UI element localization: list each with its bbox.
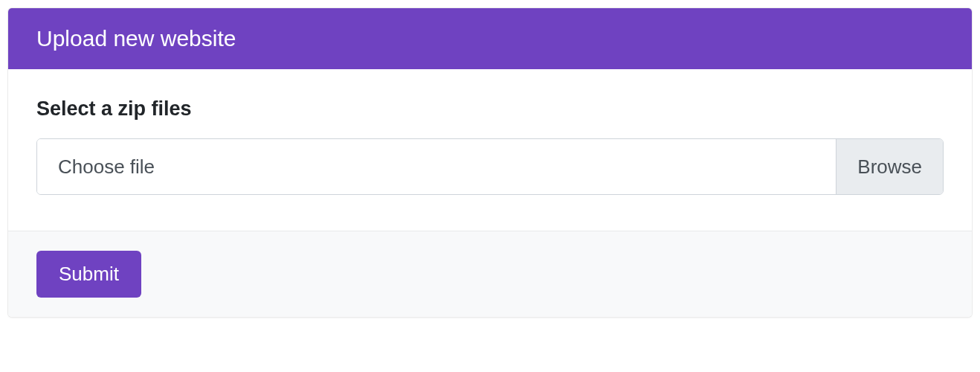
browse-button[interactable]: Browse: [836, 139, 943, 194]
card-footer: Submit: [8, 231, 972, 317]
submit-button[interactable]: Submit: [36, 251, 141, 298]
file-input-group[interactable]: Choose file Browse: [36, 138, 944, 195]
card-header: Upload new website: [8, 8, 972, 69]
card-body: Select a zip files Choose file Browse: [8, 69, 972, 231]
file-label: Select a zip files: [36, 97, 944, 121]
file-input[interactable]: Choose file: [37, 139, 836, 194]
upload-card: Upload new website Select a zip files Ch…: [7, 7, 973, 318]
card-title: Upload new website: [36, 26, 236, 51]
